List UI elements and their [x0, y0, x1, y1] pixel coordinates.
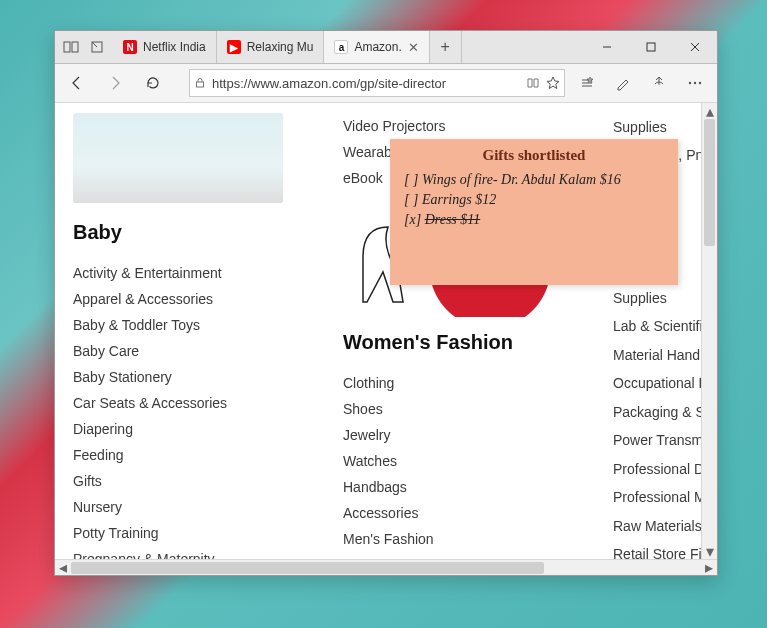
favorite-star-icon[interactable]: [546, 76, 560, 90]
favicon-amazon: a: [334, 40, 348, 54]
close-button[interactable]: [673, 31, 717, 63]
new-tab-button[interactable]: +: [430, 31, 462, 63]
toolbar: [55, 64, 717, 103]
baby-category-image: [73, 113, 283, 203]
scroll-left-icon[interactable]: ◂: [55, 560, 71, 576]
tab-amazon[interactable]: a Amazon. ✕: [324, 31, 429, 63]
toolbar-right: [571, 67, 711, 99]
sticky-item: [x] Dress $11: [404, 210, 664, 230]
titlebar-left-icons: [55, 31, 113, 63]
svg-rect-0: [64, 42, 70, 52]
horizontal-scrollbar[interactable]: ◂ ▸: [55, 559, 717, 575]
category-link[interactable]: Clothing: [343, 370, 573, 396]
category-link[interactable]: Baby & Toddler Toys: [73, 312, 303, 338]
sticky-item: [ ] Wings of fire- Dr. Abdul Kalam $16: [404, 170, 664, 190]
category-link[interactable]: Watches: [343, 448, 573, 474]
category-link[interactable]: Diapering: [73, 416, 303, 442]
more-icon[interactable]: [679, 67, 711, 99]
category-link[interactable]: Gifts: [73, 468, 303, 494]
address-bar[interactable]: [189, 69, 565, 97]
minimize-button[interactable]: [585, 31, 629, 63]
svg-rect-7: [197, 82, 204, 87]
sticky-note[interactable]: Gifts shortlisted [ ] Wings of fire- Dr.…: [390, 139, 678, 285]
url-input[interactable]: [212, 76, 520, 91]
baby-list: Activity & EntertainmentApparel & Access…: [73, 260, 303, 575]
category-link[interactable]: Video Projectors: [343, 113, 573, 139]
lock-icon: [194, 77, 206, 89]
tab-label: Relaxing Mu: [247, 40, 314, 54]
category-link[interactable]: Feeding: [73, 442, 303, 468]
category-link[interactable]: Baby Care: [73, 338, 303, 364]
set-aside-icon[interactable]: [89, 39, 105, 55]
notes-icon[interactable]: [607, 67, 639, 99]
tab-label: Netflix India: [143, 40, 206, 54]
back-button[interactable]: [61, 67, 93, 99]
tab-youtube[interactable]: ▶ Relaxing Mu: [217, 31, 325, 63]
share-icon[interactable]: [643, 67, 675, 99]
browser-window: N Netflix India ▶ Relaxing Mu a Amazon. …: [54, 30, 718, 576]
category-title-baby: Baby: [73, 221, 303, 244]
category-link[interactable]: Men's Fashion: [343, 526, 573, 552]
svg-point-10: [699, 82, 701, 84]
category-link[interactable]: Nursery: [73, 494, 303, 520]
hscroll-thumb[interactable]: [71, 562, 544, 574]
tab-close-icon[interactable]: ✕: [408, 41, 419, 54]
category-link[interactable]: Shoes: [343, 396, 573, 422]
sticky-title: Gifts shortlisted: [404, 147, 664, 164]
category-link[interactable]: Car Seats & Accessories: [73, 390, 303, 416]
scroll-down-icon[interactable]: ▾: [702, 543, 717, 559]
forward-button[interactable]: [99, 67, 131, 99]
womens-list: ClothingShoesJewelryWatchesHandbagsAcces…: [343, 370, 573, 575]
tab-strip: N Netflix India ▶ Relaxing Mu a Amazon. …: [113, 31, 585, 63]
category-link[interactable]: Handbags: [343, 474, 573, 500]
column-baby: Baby Activity & EntertainmentApparel & A…: [73, 113, 303, 575]
svg-rect-1: [72, 42, 78, 52]
reading-view-icon[interactable]: [526, 76, 540, 90]
favicon-netflix: N: [123, 40, 137, 54]
favicon-youtube: ▶: [227, 40, 241, 54]
vscroll-thumb[interactable]: [704, 119, 715, 246]
category-link[interactable]: Potty Training: [73, 520, 303, 546]
scroll-up-icon[interactable]: ▴: [702, 103, 717, 119]
category-link[interactable]: Accessories: [343, 500, 573, 526]
tab-netflix[interactable]: N Netflix India: [113, 31, 217, 63]
refresh-button[interactable]: [137, 67, 169, 99]
category-link[interactable]: Jewelry: [343, 422, 573, 448]
category-link[interactable]: Baby Stationery: [73, 364, 303, 390]
window-controls: [585, 31, 717, 63]
favorites-hub-icon[interactable]: [571, 67, 603, 99]
tab-overview-icon[interactable]: [63, 39, 79, 55]
category-link[interactable]: Apparel & Accessories: [73, 286, 303, 312]
maximize-button[interactable]: [629, 31, 673, 63]
vertical-scrollbar[interactable]: ▴ ▾: [701, 103, 717, 559]
titlebar: N Netflix India ▶ Relaxing Mu a Amazon. …: [55, 31, 717, 64]
svg-point-8: [689, 82, 691, 84]
vscroll-track[interactable]: [702, 119, 717, 543]
tab-label: Amazon.: [354, 40, 401, 54]
scroll-right-icon[interactable]: ▸: [701, 560, 717, 576]
category-link[interactable]: Activity & Entertainment: [73, 260, 303, 286]
sticky-item: [ ] Earrings $12: [404, 190, 664, 210]
hscroll-track[interactable]: [71, 560, 701, 576]
svg-rect-4: [647, 43, 655, 51]
svg-point-9: [694, 82, 696, 84]
category-title-womens: Women's Fashion: [343, 331, 573, 354]
